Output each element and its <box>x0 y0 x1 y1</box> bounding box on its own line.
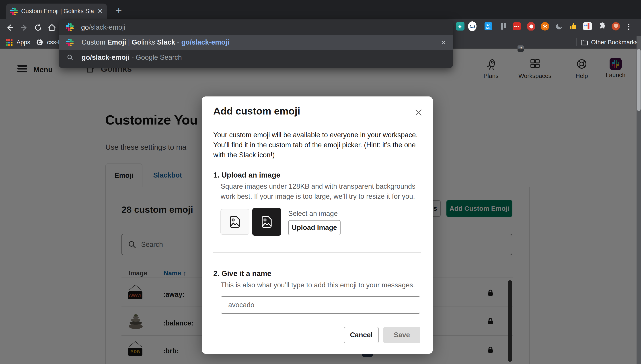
save-button[interactable]: Save <box>383 327 420 343</box>
image-file-icon <box>230 216 240 228</box>
modal-divider <box>213 252 421 252</box>
preview-tile-dark <box>252 208 281 236</box>
cancel-button[interactable]: Cancel <box>344 327 379 343</box>
folder-icon <box>581 39 588 46</box>
modal-intro-line: with the Slack icon!) <box>213 150 421 160</box>
suggestion-text: go/slack-emoji - Google Search <box>82 54 182 62</box>
upload-image-button[interactable]: Upload Image <box>288 220 341 235</box>
chrome-menu-icon[interactable] <box>628 22 632 30</box>
omnibox-input-row[interactable]: go/slack-emoji <box>59 20 453 35</box>
extension-blocker-icon[interactable] <box>527 22 535 30</box>
image-file-icon <box>261 216 272 228</box>
extension-pause-icon[interactable] <box>499 22 508 30</box>
bookmark-css[interactable]: css-l <box>47 39 60 46</box>
add-custom-emoji-modal: Add custom emoji Your custom emoji will … <box>202 96 433 354</box>
extensions-puzzle-icon[interactable] <box>597 22 606 30</box>
select-image-label: Select an image <box>288 210 338 218</box>
extension-lastpass-icon[interactable]: ••• <box>513 22 521 30</box>
bookmark-apps[interactable]: Apps <box>17 39 30 46</box>
extension-saml-icon[interactable]: SAML <box>484 22 492 30</box>
globe-favicon <box>36 39 43 46</box>
step2-heading: 2. Give it a name <box>213 269 271 278</box>
extension-darkmode-icon[interactable] <box>555 22 563 30</box>
apps-grid-icon[interactable] <box>6 39 13 46</box>
modal-title: Add custom emoji <box>213 105 300 117</box>
slack-suggestion-icon <box>66 39 74 46</box>
tab-title: Custom Emoji | Golinks Slack <box>21 8 94 15</box>
browser-scrollbar[interactable] <box>636 36 641 364</box>
omnibox-text[interactable]: go/slack-emoji <box>81 23 126 32</box>
extension-teal-icon[interactable]: ◈ <box>456 22 464 30</box>
browser-tab-strip: Custom Emoji | Golinks Slack ✕ + <box>0 0 641 19</box>
omnibox-dropdown: go/slack-emoji Custom Emoji | Golinks Sl… <box>59 20 453 68</box>
profile-avatar[interactable] <box>611 22 620 30</box>
home-button[interactable] <box>47 23 57 32</box>
new-tab-button[interactable]: + <box>116 4 122 17</box>
text-cursor <box>126 23 126 32</box>
emoji-name-input[interactable] <box>221 296 420 314</box>
modal-intro-line: You’ll find it in the custom tab of the … <box>213 140 421 150</box>
slack-favicon <box>10 8 18 15</box>
suggestion-remove-icon[interactable]: ✕ <box>441 39 446 46</box>
suggestion-text: Custom Emoji | Golinks Slack - go/slack-… <box>82 38 229 46</box>
back-button[interactable] <box>5 23 14 32</box>
modal-intro-line: Your custom emoji will be available to e… <box>213 130 421 140</box>
preview-tile-light <box>220 209 249 235</box>
step1-description-line: Square images under 128KB and with trans… <box>221 181 415 191</box>
extension-thumbsup-icon[interactable] <box>569 22 578 30</box>
search-icon <box>67 54 74 61</box>
reload-button[interactable] <box>34 23 43 32</box>
browser-tab[interactable]: Custom Emoji | Golinks Slack ✕ <box>6 4 107 19</box>
step1-heading: 1. Upload an image <box>213 171 280 179</box>
step2-description-line: This is also what you’ll type to add thi… <box>221 280 415 290</box>
scrollbar-thumb[interactable] <box>637 49 640 111</box>
step1-description-line: work best. If your image is too large, w… <box>221 191 415 202</box>
extension-password-icon[interactable]: **▌ <box>583 22 592 30</box>
extension-json-icon[interactable]: {...} <box>468 22 476 30</box>
tab-close-icon[interactable]: ✕ <box>97 8 103 15</box>
modal-close-icon[interactable] <box>414 108 423 117</box>
other-bookmarks[interactable]: Other Bookmarks <box>591 39 638 46</box>
slack-favicon <box>66 23 74 31</box>
suggestion-google-search[interactable]: go/slack-emoji - Google Search <box>59 50 453 65</box>
suggestion-current-tab[interactable]: Custom Emoji | Golinks Slack - go/slack-… <box>59 35 453 50</box>
bookmarks-separator <box>576 38 577 46</box>
forward-button[interactable] <box>20 23 29 32</box>
extension-orange-icon[interactable] <box>541 22 549 30</box>
